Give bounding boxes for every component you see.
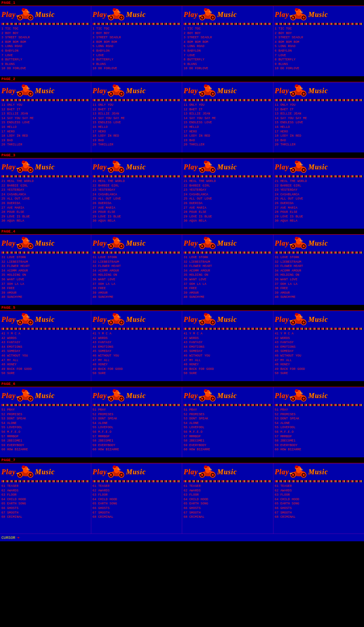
list-item[interactable]: 22 BARBIE GIRL — [184, 184, 272, 188]
list-item[interactable]: 54 ALONE — [1, 421, 90, 426]
list-item[interactable]: 59 EVERYBODY — [93, 443, 181, 448]
list-item[interactable]: 29 LOVE IS BLUE — [93, 215, 181, 219]
list-item[interactable]: 30 AQUA RELA — [1, 219, 90, 223]
list-item[interactable]: 7 LOVE — [1, 53, 90, 58]
list-item[interactable]: 37 OOH LA LA — [184, 282, 272, 287]
list-item[interactable]: 53 DONT SPEAK — [275, 417, 363, 421]
panel-4-3[interactable]: Play Music 31 LOVE STORK32 LIEBESTRAUM33… — [182, 235, 273, 305]
list-item[interactable]: 25 ALL OUT LOVE — [275, 197, 363, 201]
list-item[interactable]: 53 DONT SPEAK — [184, 417, 272, 421]
list-item[interactable]: 37 OOH LA LA — [1, 282, 90, 287]
list-item[interactable]: 58 2BECOME1 — [275, 439, 363, 443]
panel-2-1[interactable]: Play Music 11 ONLY YOU12 BAET IT13 BILLI… — [0, 82, 91, 152]
panel-2-2[interactable]: Play Music 11 ONLY YOU12 BAET IT13 BILLI… — [91, 82, 183, 152]
list-item[interactable]: 64 CHILD HOOD — [1, 497, 90, 502]
list-item[interactable]: 17 HERO — [275, 130, 363, 134]
list-item[interactable]: 8 BUTTERFLY — [184, 58, 272, 62]
panel-5-1[interactable]: Play Music 41 Y M C A42 WORDS43 FANTASY4… — [0, 311, 91, 381]
list-item[interactable]: 48 HONEY — [1, 363, 90, 367]
list-item[interactable]: 27 AVE MARIA — [184, 206, 272, 210]
list-item[interactable]: 46 WITHOUT YOU — [275, 354, 363, 358]
list-item[interactable]: 16 HELLO — [1, 125, 90, 130]
list-item[interactable]: 68 CRIMINAL — [184, 515, 272, 520]
list-item[interactable]: 16 HELLO — [184, 125, 272, 130]
list-item[interactable]: 62 AWARDS — [1, 489, 90, 493]
list-item[interactable]: 10 DO FORLOVE — [1, 66, 90, 71]
list-item[interactable]: 19 BAD — [184, 138, 272, 143]
list-item[interactable]: 28 POUR ELSE — [93, 210, 181, 215]
list-item[interactable]: 47 MY ALL — [184, 358, 272, 363]
list-item[interactable]: 51 PRAY — [184, 408, 272, 412]
list-item[interactable]: 63 FLOOR — [184, 493, 272, 497]
panel-7-4[interactable]: Play Music 61 TEASER62 AWARDS63 FLOOR64 … — [273, 463, 364, 534]
list-item[interactable]: 5 LONG ROAD — [93, 44, 181, 49]
list-item[interactable]: 27 AVE MARIA — [1, 206, 90, 210]
list-item[interactable]: 49 BACK FOR GOOD — [93, 367, 181, 372]
list-item[interactable]: 63 FLOOR — [275, 493, 363, 497]
list-item[interactable]: 29 LOVE IS BLUE — [1, 215, 90, 219]
list-item[interactable]: 21 HEAL THE WORLD — [184, 179, 272, 184]
list-item[interactable]: 60 HOW BIZARRE — [275, 448, 363, 452]
list-item[interactable]: 23 YESTERDAY — [1, 188, 90, 192]
panel-7-1[interactable]: Play Music 61 TEASER62 AWARDS63 FLOOR64 … — [0, 463, 91, 534]
panel-3-4[interactable]: Play Music 21 HEAL THE WORLD22 BARBIE GI… — [273, 158, 364, 229]
list-item[interactable]: 30 AQUA RELA — [275, 219, 363, 223]
list-item[interactable]: 32 LIEBESTRAUM — [275, 260, 363, 264]
list-item[interactable]: 42 WORDS — [184, 336, 272, 341]
list-item[interactable]: 12 BAET IT — [275, 107, 363, 112]
list-item[interactable]: 41 Y M C A — [184, 332, 272, 336]
list-item[interactable]: 30 AQUA RELA — [184, 219, 272, 223]
list-item[interactable]: 11 ONLY YOU — [275, 103, 363, 107]
panel-6-4[interactable]: Play Music 51 PRAY52 PROMISES53 DONT SPE… — [273, 387, 364, 457]
list-item[interactable]: 18 LODY IN RED — [93, 134, 181, 138]
list-item[interactable]: 1 TIC TOC — [1, 27, 90, 31]
list-item[interactable]: 48 HONEY — [275, 363, 363, 367]
list-item[interactable]: 39 AMOUR — [275, 291, 363, 295]
list-item[interactable]: 11 ONLY YOU — [93, 103, 181, 107]
list-item[interactable]: 46 WITHOUT YOU — [93, 354, 181, 358]
panel-5-3[interactable]: Play Music 41 Y M C A42 WORDS43 FANTASY4… — [182, 311, 273, 381]
list-item[interactable]: 21 HEAL THE WORLD — [1, 179, 90, 184]
list-item[interactable]: 35 HOLDING ON — [275, 273, 363, 277]
list-item[interactable]: 40 SUNCHYME — [1, 295, 90, 300]
list-item[interactable]: 31 LOVE STORK — [184, 255, 272, 260]
list-item[interactable]: 30 AQUA RELA — [93, 219, 181, 223]
list-item[interactable]: 32 LIEBESTRAUM — [1, 260, 90, 264]
list-item[interactable]: 3 STREET SEAOLR — [275, 35, 363, 40]
list-item[interactable]: 1 TIC TOC — [275, 27, 363, 31]
list-item[interactable]: 36 WANT LOVE — [184, 277, 272, 282]
list-item[interactable]: 49 BACK FOR GOOD — [1, 367, 90, 372]
list-item[interactable]: 14 SAY YOU SAY ME — [1, 116, 90, 121]
list-item[interactable]: 17 HERO — [184, 130, 272, 134]
list-item[interactable]: 15 ENDLESS LOVE — [1, 120, 90, 125]
list-item[interactable]: 23 YESTERDAY — [275, 188, 363, 192]
list-item[interactable]: 48 HONEY — [184, 363, 272, 367]
list-item[interactable]: 27 AVE MARIA — [275, 206, 363, 210]
list-item[interactable]: 34 ACOMM AMOUR — [93, 269, 181, 273]
list-item[interactable]: 51 PRAY — [1, 408, 90, 412]
list-item[interactable]: 38 FREE — [1, 286, 90, 291]
panel-2-3[interactable]: Play Music 11 ONLY YOU12 BAET IT13 BILLI… — [182, 82, 273, 152]
list-item[interactable]: 4 BOM BOM BOM — [184, 40, 272, 45]
list-item[interactable]: 60 HOW BIZARRE — [1, 448, 90, 452]
list-item[interactable]: 62 AWARDS — [93, 489, 181, 493]
list-item[interactable]: 46 WITHOUT YOU — [184, 354, 272, 358]
list-item[interactable]: 26 DUERIDA — [93, 201, 181, 206]
list-item[interactable]: 27 AVE MARIA — [93, 206, 181, 210]
list-item[interactable]: 12 BAET IT — [1, 107, 90, 112]
panel-1-3[interactable]: Play Music 1 TIC TOC2 BOY BOY3 STREET SE… — [182, 6, 273, 76]
list-item[interactable]: 38 FREE — [184, 286, 272, 291]
list-item[interactable]: 13 BILLIE JEAN — [184, 112, 272, 116]
list-item[interactable]: 50 SURE — [184, 371, 272, 376]
list-item[interactable]: 47 MY ALL — [1, 358, 90, 363]
list-item[interactable]: 21 HEAL THE WORLD — [93, 179, 181, 184]
list-item[interactable]: 19 BAD — [1, 138, 90, 143]
list-item[interactable]: 9 BLUNS — [184, 62, 272, 67]
list-item[interactable]: 43 FANTASY — [184, 340, 272, 345]
list-item[interactable]: 5 LONG ROAD — [184, 44, 272, 49]
panel-1-4[interactable]: Play Music 1 TIC TOC2 BOY BOY3 STREET SE… — [273, 6, 364, 76]
panel-6-2[interactable]: Play Music 51 PRAY52 PROMISES53 DONT SPE… — [91, 387, 183, 457]
list-item[interactable]: 24 CASABLANCA — [93, 192, 181, 197]
list-item[interactable]: 64 CHILD HOOD — [275, 497, 363, 502]
list-item[interactable]: 11 ONLY YOU — [1, 103, 90, 107]
